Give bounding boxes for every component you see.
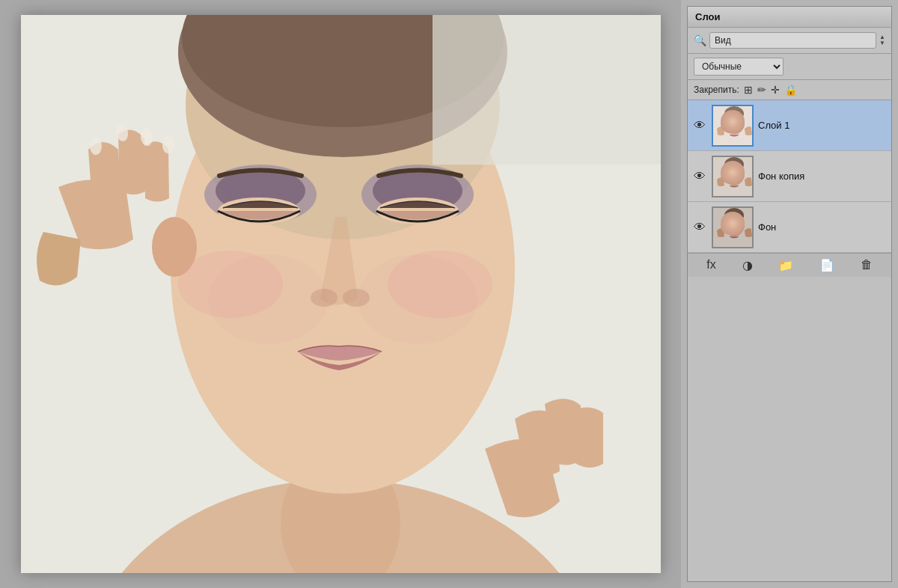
svg-point-31 <box>724 162 745 186</box>
right-panel: Слои 🔍 ▲ ▼ Обычные Умножение Экран Перек… <box>681 0 898 588</box>
layers-search-row: 🔍 ▲ ▼ <box>688 28 891 54</box>
svg-point-10 <box>178 251 283 318</box>
layer-item-2[interactable]: 👁 Фон копия <box>688 151 891 202</box>
svg-point-11 <box>388 251 492 318</box>
lock-transparency-icon[interactable]: ⊞ <box>744 84 753 96</box>
lock-icons: ⊞ ✏ ✛ 🔒 <box>744 84 797 96</box>
lock-paint-icon[interactable]: ✏ <box>757 84 766 96</box>
svg-point-18 <box>311 289 337 307</box>
canvas-area <box>0 0 681 588</box>
svg-point-33 <box>724 173 732 177</box>
canvas-image[interactable] <box>21 15 661 573</box>
svg-point-37 <box>724 208 744 223</box>
layer-1-name: Слой 1 <box>758 120 789 131</box>
svg-point-36 <box>724 212 745 236</box>
fx-button[interactable]: fx <box>706 258 715 272</box>
blend-mode-dropdown[interactable]: Обычные Умножение Экран Перекрытие <box>694 58 784 76</box>
layers-search-input[interactable] <box>709 32 876 49</box>
layers-panel-title: Слои <box>688 7 891 28</box>
layers-bottom-bar: fx ◑ 📁 📄 🗑 <box>688 253 891 277</box>
search-arrows[interactable]: ▲ ▼ <box>879 34 885 46</box>
svg-point-26 <box>724 111 745 135</box>
layers-list: 👁 Слой 1 <box>688 100 891 253</box>
svg-point-29 <box>736 122 744 126</box>
new-group-icon[interactable]: 📁 <box>778 258 793 272</box>
delete-layer-icon[interactable]: 🗑 <box>861 258 873 272</box>
search-icon: 🔍 <box>694 34 706 46</box>
svg-point-39 <box>736 224 744 228</box>
svg-point-32 <box>724 157 744 172</box>
layer-1-visibility-icon[interactable]: 👁 <box>692 119 707 132</box>
layers-panel: Слои 🔍 ▲ ▼ Обычные Умножение Экран Перек… <box>687 6 892 582</box>
layer-item-3[interactable]: 👁 Фон <box>688 202 891 253</box>
layer-item-1[interactable]: 👁 Слой 1 <box>688 100 891 151</box>
svg-rect-24 <box>433 15 661 165</box>
svg-point-34 <box>736 173 744 177</box>
lock-all-icon[interactable]: 🔒 <box>784 84 797 96</box>
lock-label: Закрепить: <box>694 85 739 95</box>
layer-2-visibility-icon[interactable]: 👁 <box>692 170 707 183</box>
svg-point-19 <box>343 289 370 307</box>
svg-point-20 <box>90 137 102 155</box>
layer-1-thumbnail <box>712 105 754 147</box>
svg-point-27 <box>724 106 744 121</box>
svg-point-38 <box>724 224 732 228</box>
add-adjustment-icon[interactable]: ◑ <box>742 258 753 272</box>
new-layer-icon[interactable]: 📄 <box>819 258 834 272</box>
svg-rect-35 <box>713 208 754 248</box>
svg-rect-30 <box>713 157 754 197</box>
layer-2-name: Фон копия <box>758 171 804 182</box>
layers-mode-row: Обычные Умножение Экран Перекрытие <box>688 54 891 80</box>
layer-3-thumbnail <box>712 206 754 248</box>
layer-3-visibility-icon[interactable]: 👁 <box>692 221 707 234</box>
lock-position-icon[interactable]: ✛ <box>771 84 780 96</box>
svg-point-28 <box>724 122 732 126</box>
layer-3-name: Фон <box>758 221 776 233</box>
svg-rect-25 <box>713 106 754 147</box>
lock-row: Закрепить: ⊞ ✏ ✛ 🔒 <box>688 80 891 100</box>
layer-2-thumbnail <box>712 156 754 197</box>
